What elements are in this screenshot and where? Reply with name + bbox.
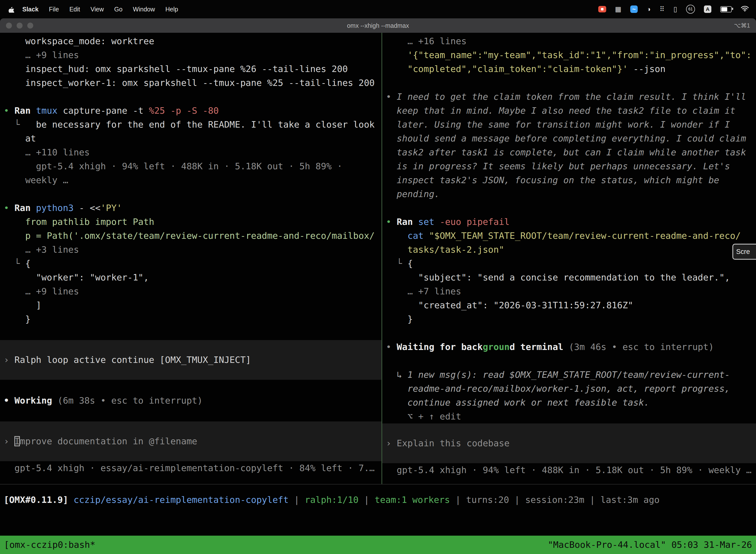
terminal-line: from pathlib import Path [0, 215, 381, 229]
menu-app-name[interactable]: Slack [17, 6, 44, 13]
text-segment: | [289, 495, 305, 505]
inject-banner[interactable]: › Ralph loop active continue [OMX_TMUX_I… [0, 340, 381, 380]
terminal-line: } [0, 312, 381, 326]
text-segment: } [4, 314, 30, 324]
terminal-line: workspace_mode: worktree [0, 34, 381, 48]
menu-window[interactable]: Window [128, 6, 160, 13]
terminal-line: cat "$OMX_TEAM_STATE_ROOT/team/review-cu… [382, 229, 756, 243]
text-segment: | [359, 495, 375, 505]
text-segment: gpt-5.4 xhigh · essay/ai-reimplementatio… [4, 463, 375, 473]
terminal-line: … +3 lines [0, 243, 381, 257]
terminal-content: workspace_mode: worktree … +9 lines insp… [0, 33, 756, 554]
text-segment: weekly … [4, 175, 68, 185]
text-segment: └ [14, 119, 20, 129]
text-segment: pending. [386, 189, 440, 199]
composer-input[interactable]: › Improve documentation in @filename [0, 422, 381, 461]
terminal-line: p = Path('.omx/state/team/review-current… [0, 229, 381, 243]
menu-go[interactable]: Go [109, 6, 127, 13]
terminal-window: omx --xhigh --madmax ⌥⌘1 workspace_mode:… [0, 18, 756, 554]
window-titlebar[interactable]: omx --xhigh --madmax ⌥⌘1 [0, 18, 756, 33]
text-segment: … +110 lines [25, 147, 90, 157]
terminal-line: └ { [0, 257, 381, 271]
text-segment: • Working [4, 395, 58, 405]
terminal-line: • Ran set -euo pipefail [382, 215, 756, 229]
terminal-line: should send a message before completing … [382, 131, 756, 146]
omx-status-line: [OMX#0.11.9] cczip/essay/ai-reimplementa… [0, 493, 756, 507]
terminal-line: gpt-5.4 xhigh · 94% left · 488K in · 5.1… [382, 463, 756, 477]
text-segment: task2 after task1 is complete, but can I… [386, 147, 746, 157]
text-segment [386, 231, 407, 241]
terminal-line: └ { [382, 257, 756, 271]
terminal-line: at [0, 131, 381, 146]
input-source-icon[interactable]: A [704, 5, 711, 13]
menu-edit[interactable]: Edit [64, 6, 85, 13]
text-segment: "$OMX_TEAM_STATE_ROOT/team/review-curren… [429, 231, 741, 241]
pill-app-icon[interactable]: ▯ [674, 6, 677, 13]
terminal-line [0, 380, 381, 394]
terminal-line: … +110 lines [0, 146, 381, 159]
terminal-line [0, 326, 381, 340]
apple-menu-icon[interactable] [8, 6, 14, 13]
menu-help[interactable]: Help [160, 6, 183, 13]
text-segment [4, 231, 25, 241]
text-segment: 'PY' [101, 203, 122, 213]
menu-view[interactable]: View [85, 6, 109, 13]
composer-input[interactable]: › Explain this codebase [382, 424, 756, 463]
text-segment: set [418, 217, 440, 227]
left-terminal-pane[interactable]: workspace_mode: worktree … +9 lines insp… [0, 33, 381, 484]
battery-icon[interactable] [720, 6, 732, 12]
text-segment: • [386, 342, 397, 352]
battery-percent-badge[interactable]: 61 [686, 5, 695, 14]
text-segment: workspace_mode: worktree [4, 36, 154, 46]
text-segment: %25 -p -S -80 [149, 106, 219, 116]
text-segment: mprove documentation in @filename [20, 436, 197, 446]
text-segment: • [4, 106, 14, 116]
grid-app-icon[interactable]: ▦ [615, 6, 622, 13]
text-segment: gpt-5.4 xhigh · 94% left · 488K in · 5.1… [386, 465, 752, 475]
text-segment: inspect_hud: omx sparkshell --tmux-pane … [4, 64, 348, 74]
text-segment [386, 370, 397, 380]
text-segment: inspect task2's JSON, focusing on the st… [386, 175, 719, 185]
text-segment [4, 147, 25, 157]
text-segment [4, 119, 14, 129]
terminal-line [382, 354, 756, 368]
right-terminal-pane[interactable]: … +16 lines '{"team_name":"my-team","tas… [382, 33, 756, 484]
terminal-line: ] [0, 298, 381, 312]
minimize-button[interactable] [17, 22, 22, 29]
text-segment: { [407, 258, 413, 269]
terminal-line: "worker": "worker-1", [0, 271, 381, 284]
text-segment: ⌥ + ↑ edit [386, 411, 461, 422]
text-segment: { [25, 258, 31, 269]
text-segment: turns:20 [466, 495, 509, 505]
close-button[interactable] [6, 22, 12, 29]
circle-app-icon[interactable]: ◑ [647, 6, 650, 13]
omx-status-bar: [OMX#0.11.9] cczip/essay/ai-reimplementa… [0, 493, 756, 507]
text-segment: cczip/essay/ai-reimplementation-copyleft [74, 495, 289, 505]
terminal-line: • Working (6m 38s • esc to interrupt) [0, 394, 381, 407]
text-segment: • [386, 217, 397, 227]
text-segment: session:23m [525, 495, 584, 505]
wifi-icon[interactable] [741, 5, 749, 13]
menu-file[interactable]: File [44, 6, 64, 13]
screen-recording-icon[interactable] [598, 6, 606, 12]
dots-grid-icon[interactable]: ⠿ [659, 6, 665, 13]
text-segment: Ran [14, 203, 36, 213]
zoom-button[interactable] [27, 22, 33, 29]
text-segment: } [386, 314, 413, 324]
screenshot-overlay[interactable]: Scre [733, 244, 756, 260]
terminal-line: … +7 lines [382, 284, 756, 298]
blue-app-icon[interactable]: ~ [630, 5, 638, 13]
terminal-line: • I need to get the claim token from the… [382, 90, 756, 104]
text-segment: "created_at": "2026-03-31T11:59:27.816Z" [386, 300, 633, 310]
text-segment: inspect_worker-1: omx sparkshell --tmux-… [4, 78, 375, 88]
window-shortcut-hint: ⌥⌘1 [734, 22, 750, 29]
text-segment: cat [407, 231, 429, 241]
terminal-line: • Ran tmux capture-pane -t %25 -p -S -80 [0, 104, 381, 118]
text-segment: › [386, 438, 397, 448]
terminal-line: readme-and-reco/mailbox/worker-1.json, a… [382, 382, 756, 396]
terminal-line: "completed","claim_token":"claim-token"}… [382, 62, 756, 76]
text-cursor: I [14, 436, 20, 446]
text-segment: (6m 38s • esc to interrupt) [58, 395, 203, 405]
text-segment [4, 244, 25, 255]
text-segment: '{"team_name":"my-team","task_id":"1","f… [407, 50, 752, 60]
